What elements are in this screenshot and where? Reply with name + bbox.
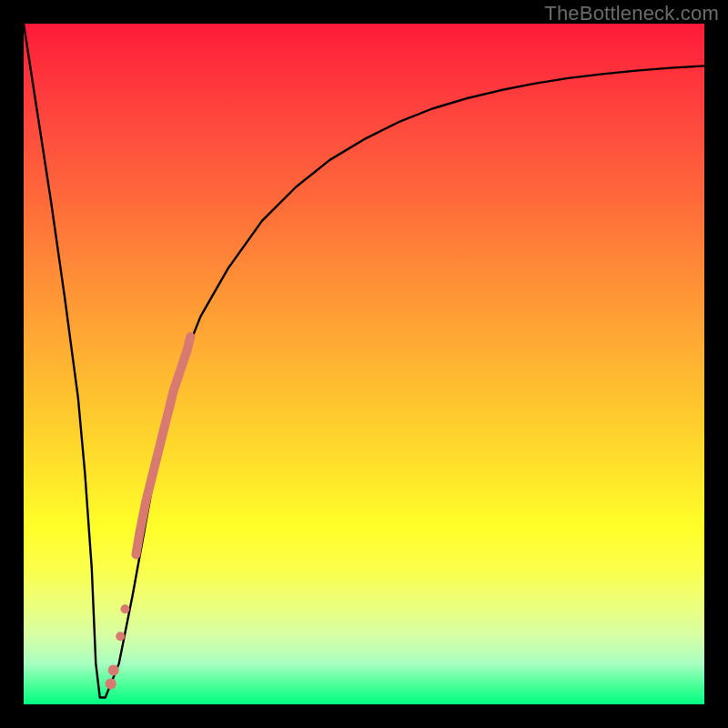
chart-frame: TheBottleneck.com bbox=[0, 0, 728, 728]
thick-segment bbox=[136, 337, 190, 554]
curve-layer bbox=[24, 24, 704, 698]
watermark-text: TheBottleneck.com bbox=[544, 2, 719, 25]
curve-path bbox=[24, 24, 704, 698]
plot-area bbox=[24, 24, 704, 704]
highlight-layer bbox=[106, 337, 191, 689]
dot-4 bbox=[108, 665, 119, 676]
dot-2 bbox=[120, 604, 129, 613]
dot-1 bbox=[116, 632, 125, 641]
dot-3 bbox=[106, 679, 116, 690]
chart-svg bbox=[24, 24, 704, 704]
